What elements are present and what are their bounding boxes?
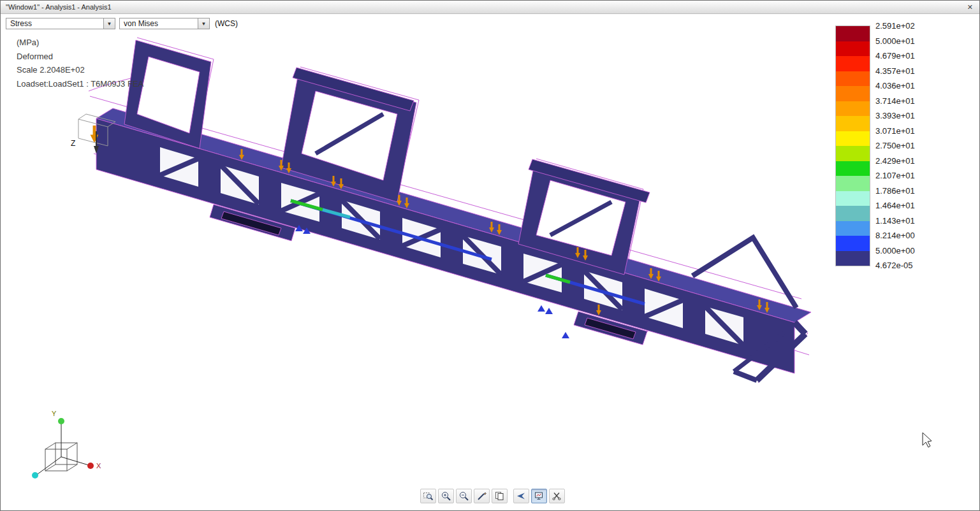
model-display-icon	[534, 491, 545, 501]
legend-value-label: 5.000e+01	[875, 36, 915, 46]
legend-color-box	[836, 251, 870, 266]
quantity-dropdown[interactable]: Stress ▼	[6, 18, 115, 29]
close-icon[interactable]: ✕	[966, 3, 974, 11]
legend-color-box	[836, 86, 870, 101]
quantity-value: Stress	[6, 18, 103, 29]
csys-label: (WCS)	[215, 19, 238, 28]
legend-color-box	[836, 41, 870, 57]
legend-value-label: 3.714e+01	[875, 96, 915, 106]
legend-value-label: 1.786e+01	[875, 186, 915, 196]
zoom-window-button[interactable]	[420, 489, 436, 503]
legend-color-box	[836, 236, 870, 251]
orientation-triad: Y X	[32, 410, 101, 479]
legend-value-label: 8.214e+00	[875, 231, 915, 240]
triad-y-label: Y	[52, 410, 57, 417]
chevron-down-icon[interactable]: ▼	[103, 18, 115, 29]
legend-value-label: 3.071e+01	[875, 126, 915, 136]
model-frame	[96, 40, 811, 380]
window-title: "Window1" - Analysis1 - Analysis1	[6, 3, 112, 11]
pencil-icon	[476, 491, 487, 501]
zoom-out-button[interactable]	[456, 489, 472, 503]
zoom-out-icon	[458, 491, 469, 501]
copy-icon	[494, 491, 505, 501]
pencil-button[interactable]	[474, 489, 490, 503]
legend-value-label: 1.143e+01	[875, 216, 915, 226]
stress-legend: 2.591e+025.000e+014.679e+014.357e+014.03…	[836, 26, 870, 266]
legend-color-box	[836, 221, 870, 236]
title-bar: "Window1" - Analysis1 - Analysis1 ✕	[1, 1, 979, 14]
legend-color-box	[836, 101, 870, 117]
deformed-label: Deformed	[17, 50, 143, 64]
zoom-window-icon	[423, 491, 434, 501]
legend-color-box	[836, 116, 870, 131]
legend-value-label: 4.357e+01	[875, 66, 915, 76]
result-toolbar: Stress ▼ von Mises ▼ (WCS)	[1, 14, 979, 32]
legend-color-box	[836, 71, 870, 87]
legend-color-box	[836, 146, 870, 161]
chevron-down-icon[interactable]: ▼	[198, 18, 209, 29]
cursor	[923, 433, 932, 447]
legend-color-box	[836, 206, 870, 221]
legend-color-box	[836, 56, 870, 71]
scale-label: Scale 2.2048E+02	[17, 63, 143, 77]
model-viewport[interactable]: Z Y X	[1, 1, 980, 511]
zoom-in-icon	[441, 491, 451, 501]
legend-value-label: 4.036e+01	[875, 81, 915, 90]
triad-x-label: X	[96, 462, 101, 470]
result-info: (MPa) Deformed Scale 2.2048E+02 Loadset:…	[17, 36, 143, 90]
legend-value-label: 5.000e+00	[875, 246, 915, 256]
model-display-button[interactable]	[531, 489, 547, 503]
analysis-window: "Window1" - Analysis1 - Analysis1 ✕ Stre…	[0, 0, 980, 511]
legend-value-label: 2.750e+01	[875, 141, 915, 150]
legend-value-label: 4.672e-05	[875, 261, 913, 270]
legend-value-label: 2.107e+01	[875, 171, 915, 180]
cutting-plane-icon	[552, 491, 562, 501]
copy-button[interactable]	[492, 489, 508, 503]
legend-value-label: 1.464e+01	[875, 201, 915, 210]
view-toolbar	[420, 489, 565, 503]
units-label: (MPa)	[17, 36, 143, 50]
legend-color-box	[836, 131, 870, 147]
z-axis-label: Z	[71, 139, 75, 148]
legend-value-label: 4.679e+01	[875, 51, 915, 61]
fly-through-icon	[516, 491, 527, 501]
legend-color-box	[836, 176, 870, 191]
x-axis-ball	[87, 463, 94, 469]
cutting-plane-button[interactable]	[549, 489, 565, 503]
y-axis-ball	[58, 418, 64, 424]
z-axis-ball	[32, 472, 38, 479]
legend-value-label: 3.393e+01	[875, 111, 915, 120]
loadset-label: Loadset:LoadSet1 : T6M09J3 FEA	[17, 77, 143, 91]
legend-color-bar	[836, 26, 870, 266]
legend-color-box	[836, 161, 870, 176]
component-value: von Mises	[120, 18, 198, 29]
legend-value-label: 2.429e+01	[875, 156, 915, 166]
zoom-in-button[interactable]	[438, 489, 454, 503]
legend-color-box	[836, 191, 870, 206]
fly-through-button[interactable]	[513, 489, 529, 503]
component-dropdown[interactable]: von Mises ▼	[119, 18, 210, 29]
